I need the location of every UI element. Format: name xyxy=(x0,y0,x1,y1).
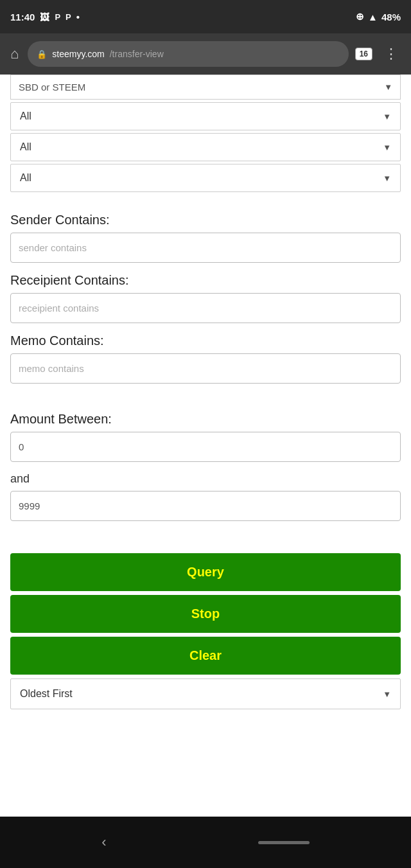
recipient-contains-label: Receipient Contains: xyxy=(10,273,401,288)
lock-icon: 🔒 xyxy=(37,49,47,59)
tab-count-badge[interactable]: 16 xyxy=(355,48,372,60)
partial-dropdown-row[interactable]: SBD or STEEM ▼ xyxy=(10,75,401,100)
browser-bar: ⌂ 🔒 steemyy.com/transfer-view 16 ⋮ xyxy=(0,33,411,75)
dropdown-all-3[interactable]: All ▼ xyxy=(10,164,401,192)
home-button[interactable]: ⌂ xyxy=(8,43,21,65)
home-pill[interactable] xyxy=(258,841,310,844)
bottom-nav-bar: ‹ xyxy=(0,817,411,868)
amount-min-input[interactable] xyxy=(10,432,401,462)
memo-contains-label: Memo Contains: xyxy=(10,333,401,348)
sort-dropdown-label: Oldest First xyxy=(20,688,73,700)
sort-dropdown-arrow: ▼ xyxy=(383,689,391,699)
back-button[interactable]: ‹ xyxy=(101,834,106,851)
status-left: 11:40 🖼 P P • xyxy=(10,12,80,22)
gps-icon: ⊕ xyxy=(356,11,364,22)
spacer-1 xyxy=(0,195,411,213)
home-icon: ⌂ xyxy=(10,46,19,62)
dropdown-all-1-label: All xyxy=(20,111,31,122)
url-bar[interactable]: 🔒 steemyy.com/transfer-view xyxy=(28,41,348,67)
dropdown-all-3-label: All xyxy=(20,172,31,184)
status-bar: 11:40 🖼 P P • ⊕ ▲ 48% xyxy=(0,0,411,33)
dropdown-all-2-label: All xyxy=(20,141,31,153)
dropdown-all-2[interactable]: All ▼ xyxy=(10,133,401,161)
query-button[interactable]: Query xyxy=(10,553,401,591)
recipient-contains-input[interactable] xyxy=(10,293,401,323)
url-path: /transfer-view xyxy=(110,49,164,59)
dropdown-all-1[interactable]: All ▼ xyxy=(10,102,401,130)
app-icon-2: P xyxy=(66,12,71,22)
browser-menu-button[interactable]: ⋮ xyxy=(379,43,403,65)
page-content: SBD or STEEM ▼ All ▼ All ▼ All ▼ Sender … xyxy=(0,75,411,817)
time-display: 11:40 xyxy=(10,12,35,22)
spacer-3 xyxy=(0,531,411,549)
partial-dropdown-label: SBD or STEEM xyxy=(19,82,85,93)
dot-indicator: • xyxy=(76,12,80,22)
amount-max-input[interactable] xyxy=(10,491,401,521)
status-right: ⊕ ▲ 48% xyxy=(356,11,401,22)
amount-between-label: Amount Between: xyxy=(10,412,401,427)
memo-contains-input[interactable] xyxy=(10,353,401,384)
url-base: steemyy.com xyxy=(52,49,104,59)
app-icon-1: P xyxy=(55,12,60,22)
sort-dropdown[interactable]: Oldest First ▼ xyxy=(10,678,401,709)
clear-button[interactable]: Clear xyxy=(10,637,401,675)
sender-contains-label: Sender Contains: xyxy=(10,213,401,227)
photo-icon: 🖼 xyxy=(40,12,49,22)
sender-contains-input[interactable] xyxy=(10,233,401,263)
and-label: and xyxy=(10,472,401,486)
battery-display: 48% xyxy=(381,12,401,22)
stop-button[interactable]: Stop xyxy=(10,595,401,633)
dropdown-all-3-arrow: ▼ xyxy=(383,173,391,183)
dropdown-all-2-arrow: ▼ xyxy=(383,143,391,152)
spacer-2 xyxy=(0,394,411,412)
partial-dropdown-arrow: ▼ xyxy=(384,82,392,92)
dropdown-all-1-arrow: ▼ xyxy=(383,112,391,121)
signal-icon: ▲ xyxy=(368,12,378,22)
